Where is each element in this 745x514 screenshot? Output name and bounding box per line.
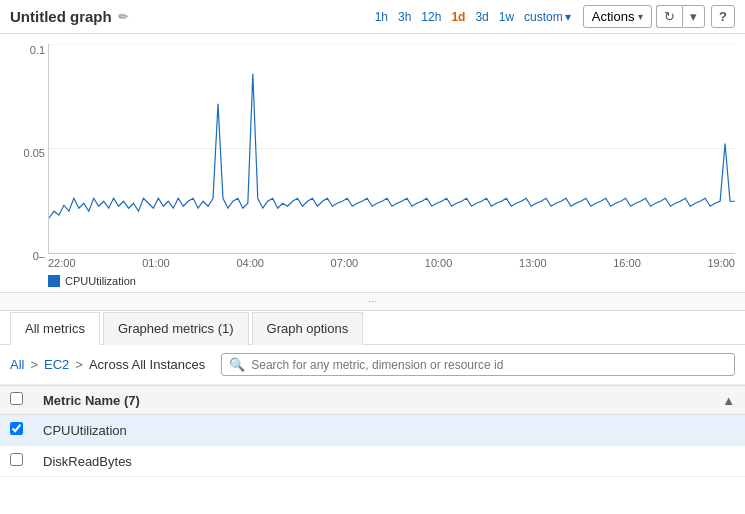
x-label-22: 22:00 [48,257,76,269]
graph-title-area: Untitled graph ✏ [10,8,128,25]
time-3d[interactable]: 3d [475,10,488,24]
custom-caret-icon: ▾ [565,10,571,24]
time-1w[interactable]: 1w [499,10,514,24]
search-box: 🔍 [221,353,735,376]
search-input[interactable] [251,358,727,372]
breadcrumb-sep1: > [30,357,38,372]
edit-title-icon[interactable]: ✏ [118,10,128,24]
row-checkbox-cell [0,415,33,446]
tab-graph-options[interactable]: Graph options [252,312,364,345]
chart-container: 0.1 0.05 0– 22:00 01:00 04:00 07:00 10:0… [0,34,745,293]
breadcrumb-row: All > EC2 > Across All Instances 🔍 [0,345,745,385]
search-icon: 🔍 [229,357,245,372]
breadcrumb-ec2[interactable]: EC2 [44,357,69,372]
row-checkbox-cpuutilization[interactable] [10,422,23,435]
x-label-01: 01:00 [142,257,170,269]
row-checkbox-diskreadbytes[interactable] [10,453,23,466]
chart-x-axis: 22:00 01:00 04:00 07:00 10:00 13:00 16:0… [48,254,735,272]
legend-label: CPUUtilization [65,275,136,287]
breadcrumb-all[interactable]: All [10,357,24,372]
x-label-16: 16:00 [613,257,641,269]
x-label-04: 04:00 [236,257,264,269]
sort-arrow-icon: ▲ [722,393,735,408]
metrics-table: Metric Name (7) ▲ CPUUtilization DiskRea… [0,385,745,477]
y-label-bot: 0– [33,250,45,262]
table-header-row: Metric Name (7) ▲ [0,386,745,415]
table-row: DiskReadBytes [0,446,745,477]
table-row: CPUUtilization [0,415,745,446]
time-custom[interactable]: custom ▾ [524,10,571,24]
row-checkbox-cell [0,446,33,477]
time-1d[interactable]: 1d [451,10,465,24]
graph-title: Untitled graph [10,8,112,25]
time-controls: 1h 3h 12h 1d 3d 1w custom ▾ [375,10,571,24]
time-12h[interactable]: 12h [421,10,441,24]
chart-y-axis: 0.1 0.05 0– [10,44,45,262]
help-button[interactable]: ? [711,5,735,28]
th-metric-name-label: Metric Name (7) [43,393,140,408]
chart-svg [49,44,735,253]
resize-handle[interactable]: ··· [0,293,745,311]
breadcrumb-current: Across All Instances [89,357,205,372]
actions-label: Actions [592,9,635,24]
legend-color-box [48,275,60,287]
time-3h[interactable]: 3h [398,10,411,24]
chart-legend: CPUUtilization [48,275,735,287]
tab-graph-options-label: Graph options [267,321,349,336]
refresh-dropdown-button[interactable]: ▾ [682,5,705,28]
select-all-checkbox[interactable] [10,392,23,405]
x-label-13: 13:00 [519,257,547,269]
header: Untitled graph ✏ 1h 3h 12h 1d 3d 1w cust… [0,0,745,34]
tab-all-metrics-label: All metrics [25,321,85,336]
y-label-mid: 0.05 [24,147,45,159]
y-label-top: 0.1 [30,44,45,56]
actions-caret-icon: ▾ [638,11,643,22]
metric-name-diskreadbytes: DiskReadBytes [43,454,132,469]
tabs-container: All metrics Graphed metrics (1) Graph op… [0,311,745,345]
tab-all-metrics[interactable]: All metrics [10,312,100,345]
x-label-10: 10:00 [425,257,453,269]
row-metric-name: CPUUtilization [33,415,745,446]
th-checkbox [0,386,33,415]
tab-graphed-metrics-label: Graphed metrics (1) [118,321,234,336]
actions-button[interactable]: Actions ▾ [583,5,653,28]
row-metric-name: DiskReadBytes [33,446,745,477]
x-label-07: 07:00 [331,257,359,269]
metric-name-cpuutilization: CPUUtilization [43,423,127,438]
refresh-button[interactable]: ↻ [656,5,682,28]
x-label-19: 19:00 [707,257,735,269]
tab-graphed-metrics[interactable]: Graphed metrics (1) [103,312,249,345]
breadcrumb-sep2: > [75,357,83,372]
refresh-group: ↻ ▾ [656,5,705,28]
th-metric-name[interactable]: Metric Name (7) ▲ [33,386,745,415]
chart-area [48,44,735,254]
time-1h[interactable]: 1h [375,10,388,24]
